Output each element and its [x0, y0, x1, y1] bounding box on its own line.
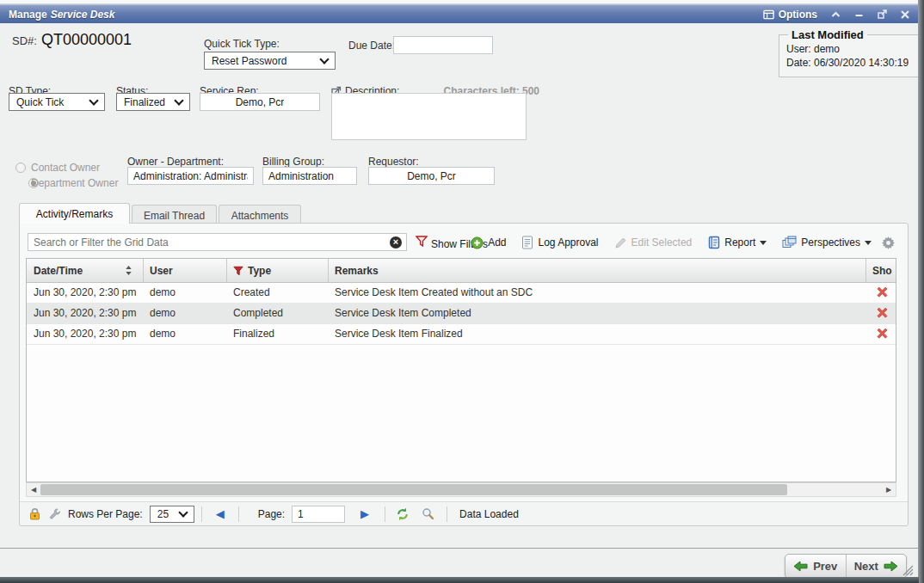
tab-email-thread[interactable]: Email Thread	[132, 205, 217, 224]
report-button[interactable]: Report	[707, 236, 767, 249]
grid-horizontal-scrollbar[interactable]: ◀ ▶	[26, 482, 896, 497]
grid-pager-bar: Rows Per Page: 25 ◀ Page: ▶ Data Loaded	[20, 501, 908, 525]
grid-header-row: Date/Time User Type Remarks Sho	[27, 259, 896, 283]
next-button[interactable]: Next	[846, 555, 907, 578]
delete-row-icon[interactable]	[877, 307, 888, 318]
delete-row-icon[interactable]	[877, 328, 888, 339]
footer-divider	[0, 548, 919, 549]
sd-type-select[interactable]: Quick Tick	[9, 93, 105, 111]
column-header-remarks[interactable]: Remarks	[335, 265, 379, 277]
active-filter-funnel-icon[interactable]	[233, 266, 243, 276]
resize-grip-icon[interactable]	[900, 564, 914, 576]
edit-selected-button: Edit Selected	[614, 236, 693, 249]
prev-page-icon[interactable]: ◀	[216, 508, 225, 519]
column-header-type[interactable]: Type	[248, 265, 271, 277]
add-icon	[471, 236, 484, 249]
perspectives-windows-icon	[782, 236, 797, 249]
options-list-icon	[763, 9, 774, 20]
page-label: Page:	[258, 508, 285, 520]
collapse-icon[interactable]	[831, 11, 841, 18]
report-book-icon	[707, 236, 720, 249]
department-owner-label: Department Owner	[31, 177, 118, 189]
requestor-field[interactable]: Demo, Pcr	[368, 167, 495, 185]
last-modified-title: Last Modified	[788, 28, 867, 41]
last-modified-user: User: demo	[786, 42, 922, 56]
requestor-label: Requestor:	[368, 156, 419, 168]
search-input[interactable]	[28, 233, 407, 251]
quick-tick-type-select[interactable]: Reset Password	[204, 52, 336, 70]
refresh-icon[interactable]	[396, 507, 410, 521]
window-frame-bottom	[0, 577, 919, 583]
chevron-down-icon	[319, 54, 329, 64]
contact-owner-label: Contact Owner	[31, 162, 100, 174]
green-right-arrow-icon	[884, 561, 898, 572]
window-titlebar: ManageService Desk Options	[0, 4, 918, 23]
owner-department-label: Owner - Department:	[127, 156, 224, 168]
owner-department-field[interactable]: Administration: Administra	[127, 167, 254, 185]
column-header-datetime[interactable]: Date/Time	[34, 265, 83, 277]
window-frame-right	[918, 0, 924, 583]
wrench-icon[interactable]	[48, 507, 61, 520]
perspectives-button[interactable]: Perspectives	[782, 236, 872, 249]
chevron-down-icon	[174, 95, 183, 105]
table-row[interactable]: Jun 30, 2020, 2:30 pm demo Completed Ser…	[27, 303, 896, 324]
due-date-label: Due Date:	[348, 40, 395, 52]
pencil-icon	[614, 236, 627, 249]
billing-group-label: Billing Group:	[262, 156, 324, 168]
due-date-input[interactable]	[393, 36, 493, 54]
status-select[interactable]: Finalized	[116, 93, 190, 111]
delete-row-icon[interactable]	[877, 286, 888, 298]
close-icon[interactable]	[901, 10, 909, 19]
scroll-left-icon[interactable]: ◀	[27, 483, 40, 496]
contact-owner-radio	[15, 163, 26, 173]
prev-button[interactable]: Prev	[785, 555, 846, 578]
log-approval-button[interactable]: Log Approval	[521, 236, 598, 249]
dropdown-arrow-icon	[760, 241, 767, 245]
manage-service-desk-window: ManageService Desk Options SD#: QT00	[0, 0, 924, 583]
scroll-right-icon[interactable]: ▶	[882, 483, 896, 496]
chevron-down-icon	[89, 95, 98, 105]
options-button[interactable]: Options	[763, 9, 817, 21]
last-modified-date: Date: 06/30/2020 14:30:19	[786, 56, 922, 70]
sd-number-label: SD#:	[12, 34, 37, 47]
magnifier-icon[interactable]	[422, 507, 434, 520]
last-modified-box: Last Modified User: demo Date: 06/30/202…	[779, 28, 924, 77]
description-textarea[interactable]	[331, 93, 527, 140]
rows-per-page-select[interactable]: 25	[150, 506, 194, 523]
chevron-down-icon	[178, 507, 188, 517]
column-header-user[interactable]: User	[150, 265, 173, 277]
minimize-icon[interactable]	[854, 11, 864, 18]
quick-tick-type-label: Quick Tick Type:	[204, 38, 280, 50]
next-page-icon[interactable]: ▶	[360, 508, 369, 519]
column-header-show[interactable]: Sho	[872, 265, 892, 277]
sort-icon[interactable]	[125, 266, 132, 275]
green-left-arrow-icon	[793, 561, 808, 572]
table-row[interactable]: Jun 30, 2020, 2:30 pm demo Finalized Ser…	[27, 323, 896, 345]
grid-status-text: Data Loaded	[459, 508, 519, 520]
add-button[interactable]: Add	[471, 236, 506, 249]
document-icon	[521, 236, 533, 249]
grid-toolbar: Add Log Approval Edit Selected Report	[506, 231, 895, 254]
prev-next-group: Prev Next	[785, 554, 907, 579]
window-title: ManageService Desk	[9, 9, 114, 21]
dropdown-arrow-icon	[865, 241, 872, 245]
tab-attachments[interactable]: Attachments	[219, 205, 301, 224]
sd-number-value: QT00000001	[41, 31, 132, 49]
expand-icon[interactable]	[878, 9, 887, 19]
filter-funnel-icon[interactable]	[416, 235, 428, 248]
table-row[interactable]: Jun 30, 2020, 2:30 pm demo Created Servi…	[27, 282, 896, 304]
gear-icon[interactable]	[882, 236, 895, 249]
billing-group-field[interactable]: Administration	[262, 167, 357, 185]
rows-per-page-label: Rows Per Page:	[68, 508, 143, 520]
lock-icon[interactable]	[28, 507, 41, 520]
scrollbar-thumb[interactable]	[40, 484, 787, 495]
clear-search-icon[interactable]: ×	[390, 236, 402, 249]
page-input[interactable]	[292, 506, 345, 523]
activity-grid: Date/Time User Type Remarks Sho Jun 30, …	[26, 258, 896, 482]
tab-activity-remarks[interactable]: Activity/Remarks	[19, 203, 130, 224]
service-rep-field[interactable]: Demo, Pcr	[200, 93, 320, 111]
